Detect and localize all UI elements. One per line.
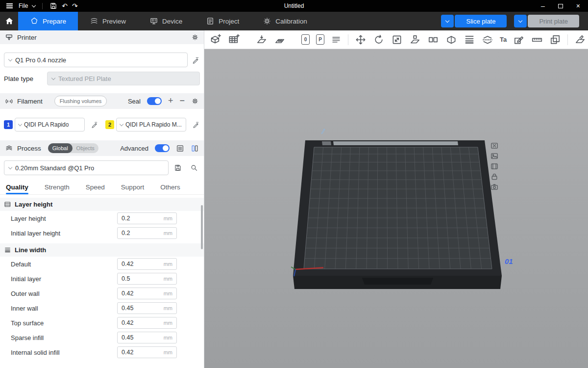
initial-layer-height-input[interactable]: 0.2 mm [117, 227, 177, 239]
maximize-button[interactable] [558, 4, 563, 8]
assembly-view-icon[interactable] [549, 34, 561, 46]
filament-slot-2-color[interactable]: 2 [105, 120, 114, 129]
tab-project[interactable]: Project [194, 12, 251, 30]
measure-icon[interactable] [531, 34, 543, 46]
plate-name-icon[interactable]: 0 [301, 34, 310, 45]
tab-preview[interactable]: Preview [78, 12, 138, 30]
build-plate[interactable] [204, 49, 588, 368]
filament-2-dropdown[interactable]: QIDI PLA Rapido M... [116, 118, 186, 131]
tab-speed[interactable]: Speed [86, 180, 105, 194]
param-value: 0.2 [122, 215, 164, 222]
search-icon[interactable] [190, 164, 198, 172]
save-icon[interactable] [49, 2, 57, 10]
main-nav: Prepare Preview Device Project Calibrati… [0, 12, 588, 30]
home-button[interactable] [0, 12, 18, 30]
auto-orient-icon[interactable] [256, 34, 268, 46]
flushing-volumes-button[interactable]: Flushing volumes [54, 96, 107, 106]
plate-type-dropdown[interactable]: Textured PEI Plate [47, 72, 200, 85]
add-plate-icon[interactable] [228, 33, 240, 46]
file-menu[interactable]: File [19, 2, 28, 9]
param-unit: mm [164, 261, 172, 267]
print-plate-button[interactable]: Print plate [528, 15, 579, 27]
move-icon[interactable] [355, 34, 367, 46]
edit-filament-2-icon[interactable] [192, 121, 200, 129]
line-width-initial-layer-input[interactable]: 0.5 mm [117, 273, 177, 285]
plate-number-label[interactable]: 01 [505, 257, 513, 265]
add-object-icon[interactable] [209, 33, 221, 46]
save-preset-icon[interactable] [174, 164, 182, 172]
sidebar-scrollbar[interactable] [201, 205, 203, 249]
parameter-list-icon[interactable] [176, 144, 184, 153]
plate-settings-icon[interactable] [490, 183, 498, 191]
text-tool-icon[interactable]: Ta [500, 36, 507, 43]
param-value: 0.45 [122, 334, 164, 341]
tab-support[interactable]: Support [121, 180, 144, 194]
project-icon [206, 17, 215, 26]
slice-plate-button[interactable]: Slice plate [455, 15, 507, 27]
compare-presets-icon[interactable] [191, 144, 199, 153]
param-value: 0.42 [122, 349, 164, 356]
tab-calibration[interactable]: Calibration [251, 12, 319, 30]
remove-filament-button[interactable]: − [179, 96, 185, 105]
lay-on-face-icon[interactable] [409, 34, 421, 46]
chevron-down-icon [8, 165, 12, 169]
paint-icon[interactable] [574, 34, 586, 46]
edit-filament-1-icon[interactable] [91, 121, 98, 129]
layer-height-input[interactable]: 0.2 mm [117, 212, 177, 224]
filament-slot-1-color[interactable]: 1 [4, 120, 13, 129]
split-objects-icon[interactable] [427, 34, 439, 46]
rotate-icon[interactable] [373, 34, 385, 46]
printer-settings-gear-icon[interactable] [191, 33, 199, 41]
redo-icon[interactable]: ↷ [72, 2, 78, 9]
scope-global-button[interactable]: Global [48, 143, 73, 153]
line-width-inner-wall-input[interactable]: 0.45 mm [117, 302, 177, 314]
printer-section-header: Printer [0, 30, 204, 44]
print-options-button[interactable] [514, 15, 527, 27]
lock-plate-icon[interactable] [490, 173, 498, 181]
minimize-button[interactable]: – [541, 2, 545, 9]
toolbar-divider [567, 34, 568, 45]
param-row: Initial layer 0.5 mm [0, 271, 204, 286]
advanced-toggle[interactable] [155, 144, 170, 152]
arrange-icon[interactable] [274, 34, 286, 46]
undo-icon[interactable]: ↶ [62, 2, 68, 9]
plate-logo-icon[interactable]: P [316, 34, 324, 45]
seam-paint-icon[interactable] [513, 34, 525, 46]
line-width-outer-wall-input[interactable]: 0.42 mm [117, 288, 177, 299]
file-menu-chevron-icon[interactable] [32, 3, 36, 7]
close-button[interactable]: × [576, 2, 580, 9]
split-parts-icon[interactable] [445, 34, 457, 46]
slice-options-button[interactable] [441, 15, 454, 27]
scale-icon[interactable] [391, 34, 403, 46]
tab-quality[interactable]: Quality [6, 180, 28, 194]
filament-1-dropdown[interactable]: QIDI PLA Rapido [15, 118, 85, 131]
seal-toggle[interactable] [147, 97, 162, 105]
line-width-top-surface-input[interactable]: 0.42 mm [117, 317, 177, 329]
cut-icon[interactable] [482, 34, 493, 46]
tab-others[interactable]: Others [160, 180, 180, 194]
process-icon [5, 144, 13, 153]
add-filament-button[interactable]: + [168, 96, 173, 105]
line-width-internal-solid-infill-input[interactable]: 0.42 mm [117, 346, 177, 358]
viewport-3d[interactable]: 01 [204, 49, 588, 368]
tab-device[interactable]: Device [138, 12, 194, 30]
plate-lines-icon[interactable] [331, 34, 342, 45]
param-row: Outer wall 0.42 mm [0, 286, 204, 301]
param-label: Internal solid infill [11, 349, 117, 356]
plate-image-icon[interactable] [490, 152, 498, 160]
tab-strength[interactable]: Strength [45, 180, 70, 194]
scope-objects-button[interactable]: Objects [73, 145, 98, 151]
variable-layer-height-icon[interactable] [464, 34, 475, 46]
line-width-default-input[interactable]: 0.42 mm [117, 258, 177, 270]
menu-icon[interactable] [6, 5, 13, 6]
plate-film-icon[interactable] [490, 162, 498, 170]
tab-prepare[interactable]: Prepare [18, 12, 78, 30]
filament-settings-gear-icon[interactable] [191, 97, 199, 105]
printer-preset-dropdown[interactable]: Q1 Pro 0.4 nozzle [4, 53, 188, 67]
process-preset-dropdown[interactable]: 0.20mm Standard @Q1 Pro [4, 160, 169, 175]
delete-plate-icon[interactable] [490, 142, 498, 150]
plate-logo-glyph: P [318, 37, 322, 42]
edit-printer-icon[interactable] [192, 56, 200, 64]
param-row: Inner wall 0.45 mm [0, 301, 204, 315]
line-width-sparse-infill-input[interactable]: 0.45 mm [117, 332, 177, 343]
